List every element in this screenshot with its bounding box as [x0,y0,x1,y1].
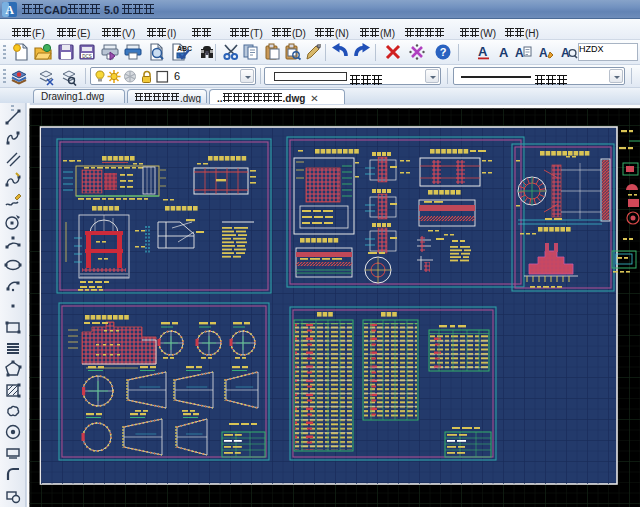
svg-text:A: A [539,46,548,60]
svg-text:A: A [499,45,509,60]
svg-text:ABC: ABC [177,45,192,52]
svg-text:A: A [515,46,524,60]
svg-text:?: ? [440,46,447,58]
svg-text:DCS: DCS [82,54,92,59]
svg-text:A: A [478,44,488,59]
svg-text:A: A [5,3,14,17]
